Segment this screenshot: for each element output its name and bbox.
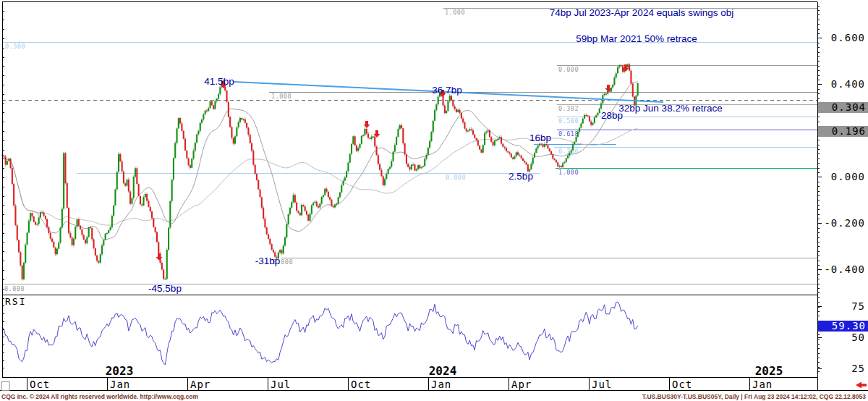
candle-body	[374, 136, 375, 146]
candle-body	[613, 77, 615, 85]
fib-level-label: 1.000	[445, 9, 465, 16]
candle-body	[495, 140, 497, 141]
candle-body	[83, 235, 85, 240]
candle-body	[78, 219, 80, 226]
candle-body	[616, 73, 617, 77]
candle-body	[524, 161, 525, 162]
candle-body	[595, 115, 597, 117]
candle-body	[347, 163, 349, 172]
candle-body	[206, 111, 208, 111]
candle-body	[100, 254, 101, 263]
candle-body	[554, 159, 556, 160]
candle-body	[246, 123, 247, 128]
candle-body	[412, 164, 414, 165]
candle-body	[193, 151, 195, 159]
candle-body	[339, 193, 341, 198]
candle-body	[572, 144, 574, 150]
candle-body	[184, 139, 186, 151]
candle-body	[493, 142, 494, 145]
candle-body	[129, 192, 131, 204]
candle-body	[5, 156, 7, 164]
candle-body	[45, 216, 46, 219]
candle-body	[13, 184, 14, 206]
candle-body	[592, 123, 594, 125]
candle-body	[349, 154, 351, 163]
candle-body	[507, 151, 509, 152]
candle-body	[61, 208, 63, 227]
candle-body	[251, 143, 252, 151]
candle-body	[163, 269, 164, 279]
candle-body	[409, 167, 411, 169]
candle-body	[452, 101, 454, 106]
candle-body	[258, 180, 259, 190]
candle-body	[359, 144, 361, 148]
candle-body	[131, 198, 132, 204]
candle-body	[364, 129, 365, 135]
candle-body	[190, 165, 191, 168]
candle-body	[255, 165, 256, 174]
candle-body	[386, 174, 387, 179]
candle-body	[105, 234, 106, 240]
candle-body	[158, 242, 159, 254]
candle-body	[271, 244, 273, 250]
candle-body	[371, 137, 373, 139]
candle-body	[25, 245, 26, 263]
candle-body	[333, 206, 334, 208]
candle-body	[8, 159, 9, 161]
candle-body	[447, 101, 448, 111]
candle-body	[136, 168, 137, 184]
candle-body	[63, 153, 64, 209]
candle-body	[471, 129, 472, 130]
candle-body	[224, 87, 226, 90]
candle-body	[35, 222, 36, 225]
candle-body	[228, 102, 229, 117]
candle-body	[527, 164, 529, 171]
candle-body	[352, 136, 354, 143]
candle-body	[529, 169, 530, 172]
candle-body	[116, 172, 118, 189]
scroll-left-arrow-icon[interactable]	[856, 382, 867, 389]
candle-body	[284, 237, 286, 245]
candle-body	[421, 167, 422, 169]
candle-body	[310, 214, 311, 221]
candle-body	[166, 250, 168, 279]
candle-body	[539, 144, 540, 145]
candle-body	[549, 148, 550, 151]
candle-body	[514, 156, 515, 159]
candle-body	[244, 119, 246, 123]
candle-body	[264, 219, 265, 227]
scroll-thumb-box[interactable]	[1, 382, 9, 391]
candle-body	[110, 227, 111, 230]
fib-level-label: 0.382	[558, 105, 579, 112]
candle-body	[424, 159, 425, 166]
candle-body	[156, 232, 158, 242]
candle-body	[118, 154, 119, 172]
candle-body	[208, 108, 209, 111]
candle-body	[417, 165, 419, 169]
candle-body	[494, 140, 495, 145]
candle-body	[7, 161, 8, 164]
candle-body	[618, 65, 620, 67]
candle-body	[542, 145, 544, 147]
candle-body	[3, 156, 4, 157]
candle-body	[357, 148, 359, 151]
candle-body	[338, 197, 339, 203]
candle-body	[161, 263, 163, 269]
candle-body	[77, 219, 78, 227]
candle-body	[504, 147, 506, 148]
candle-body	[18, 240, 20, 253]
chart-canvas[interactable]: 1.0000.5000.0001.0000.3820.5000.6180.786…	[0, 0, 868, 401]
candle-body	[88, 227, 90, 237]
candle-body	[457, 110, 459, 112]
candle-body	[210, 101, 211, 108]
fib-level-label: 1.000	[558, 169, 579, 176]
candle-body	[402, 128, 404, 143]
candle-body	[627, 64, 629, 67]
candle-body	[103, 240, 104, 245]
candle-body	[485, 132, 487, 133]
candle-body	[604, 93, 605, 95]
candle-body	[48, 227, 49, 233]
candle-body	[444, 106, 446, 114]
candle-body	[490, 137, 492, 142]
candle-body	[243, 119, 244, 120]
